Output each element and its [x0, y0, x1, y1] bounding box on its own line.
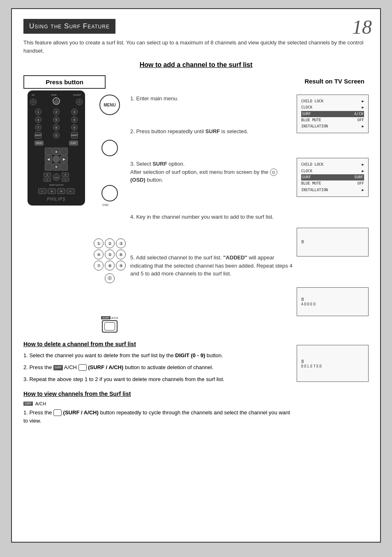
remote-mute-btn[interactable]: ◁◁	[53, 173, 60, 181]
remote-surf-ach-label: SURF A/CH FR	[49, 184, 64, 186]
remote-ch-down[interactable]: −	[62, 178, 69, 182]
num-7[interactable]: ⑦	[94, 261, 104, 270]
remote-btn-7[interactable]: 7	[35, 124, 42, 131]
remote-btn-8[interactable]: 8	[53, 124, 60, 131]
tv-row-install-2: INSTALLATION▶	[301, 187, 364, 193]
remote-btn-0[interactable]: 0	[53, 132, 60, 139]
remote-btn-4[interactable]: 4	[35, 116, 42, 123]
tv-row-surf-1: SURFA/CH	[301, 111, 364, 117]
remote-vol-up[interactable]: +	[44, 173, 51, 177]
inline-ach-text: A/CH	[64, 363, 77, 372]
tv-row-surf-2: SURFSURF	[301, 174, 364, 180]
page-number: 18	[352, 16, 372, 38]
delete-step-2-text: 2. Press the SURF A/CH (SURF / A/CH) but…	[23, 363, 213, 372]
num-0[interactable]: ⓪	[105, 273, 115, 283]
remote-btn-2[interactable]: 2	[53, 109, 60, 115]
osd-button-step2[interactable]	[101, 140, 118, 156]
remote-dpad-empty-br	[60, 163, 68, 171]
tv-row-mute-1: BLUE MUTEOFF	[301, 117, 364, 123]
text-column: 1. Enter main menu. 2. Press button repe…	[130, 90, 293, 333]
remote-column: AV OSD SLEEP ○ ⏻ ○ 1 2 3 4 5	[23, 90, 89, 333]
osd-button-step3[interactable]: OSD	[101, 185, 118, 201]
remote-surf-btn[interactable]: SURF	[69, 141, 78, 146]
intro-text: This feature allows you to create a surf…	[23, 39, 369, 55]
remote-vol-down[interactable]: −	[44, 178, 51, 182]
page: 18 Using the Surf Feature This feature a…	[11, 8, 381, 543]
tv-row-clock-1: CLOCK▶	[301, 104, 364, 111]
num-3[interactable]: ③	[116, 238, 126, 248]
remote-vol-area: + − ◁◁ + −	[44, 173, 69, 182]
remote-dpad-ok[interactable]	[53, 155, 60, 163]
remote-bottom-btn-3[interactable]: ⊞	[57, 188, 65, 194]
inline-surf-tag: SURF	[53, 365, 63, 370]
remote-dpad-empty-bl	[45, 163, 52, 171]
remote-bottom-btn-2[interactable]: ⊟	[48, 188, 56, 194]
delete-step-1-text: 1. Select the channel you want to delete…	[23, 351, 223, 360]
numpad: ① ② ③ ④ ⑤ ⑥ ⑦ ⑧ ⑨	[94, 238, 126, 270]
view-step-1: 1. Press the (SURF / A/CH) button repeat…	[23, 409, 290, 426]
remote-btn-9[interactable]: 9	[71, 124, 78, 131]
step4-text: 4. Key in the channel number you want to…	[130, 213, 293, 221]
osd-icon: ⊙	[270, 169, 277, 176]
tv-row-child-lock-1: CHILD LOCK▶	[301, 98, 364, 104]
remote-bottom-btn-1[interactable]: □	[38, 188, 46, 194]
step5-button-group: SURF A/CH	[101, 316, 118, 333]
ach-tag: A/CH	[111, 317, 118, 319]
remote-btn-3[interactable]: 3	[71, 109, 78, 115]
tv-screen-4-label: ADDED	[301, 302, 316, 306]
delete-step-3-text: 3. Repeat the above step 1 to 2 if you w…	[23, 375, 224, 384]
num-5[interactable]: ⑤	[105, 250, 115, 259]
remote-power-btn[interactable]: ⏻	[53, 97, 60, 105]
view-surf-btn[interactable]	[53, 409, 62, 416]
tv-row-mute-2: BLUE MUTEOFF	[301, 180, 364, 187]
remote-sleep-btn[interactable]: ○	[76, 99, 83, 105]
remote-smart-left[interactable]: SMART	[35, 132, 42, 139]
section-title-add: How to add a channel to the surf list	[23, 61, 369, 69]
remote-dpad-down[interactable]: ▼	[53, 163, 60, 171]
remote-av-btn[interactable]: ○	[30, 99, 37, 105]
columns-header: Press button Result on TV Screen	[23, 75, 369, 89]
remote-dpad-up[interactable]: ▲	[53, 148, 60, 155]
remote-btn-6[interactable]: 6	[71, 116, 78, 123]
step4-button-group: ① ② ③ ④ ⑤ ⑥ ⑦ ⑧ ⑨ ⓪	[94, 238, 126, 283]
menu-button[interactable]: MENU	[99, 95, 120, 115]
view-ach-text: A/CH	[35, 401, 46, 406]
lower-area: How to delete a channel from the surf li…	[23, 341, 369, 429]
surf-ach-btn-inner	[104, 322, 115, 331]
num-8[interactable]: ⑧	[105, 261, 115, 270]
press-button-header: Press button	[23, 75, 106, 89]
remote-btn-5[interactable]: 5	[53, 116, 60, 123]
remote-menu-btn[interactable]: MENU	[35, 141, 44, 146]
remote-control: AV OSD SLEEP ○ ⏻ ○ 1 2 3 4 5	[28, 90, 85, 206]
inline-surf-btn[interactable]	[78, 364, 87, 371]
surf-ach-button[interactable]	[102, 320, 118, 333]
tv-row-install-1: INSTALLATION▶	[301, 123, 364, 129]
step2-button-group	[101, 140, 118, 156]
remote-dpad-left[interactable]: ◀	[45, 155, 52, 163]
step1-text: 1. Enter main menu.	[130, 95, 293, 103]
tv-row-child-lock-2: CHILD LOCK▶	[301, 162, 364, 168]
remote-ch-up[interactable]: +	[62, 173, 69, 177]
num-6[interactable]: ⑥	[116, 250, 126, 259]
num-1[interactable]: ①	[94, 238, 104, 248]
delete-step-2: 2. Press the SURF A/CH (SURF / A/CH) but…	[23, 363, 290, 372]
delete-step-3: 3. Repeat the above step 1 to 2 if you w…	[23, 375, 290, 384]
result-header: Result on TV Screen	[235, 75, 369, 89]
remote-dpad-right[interactable]: ▶	[60, 155, 68, 163]
tv-screen-2: CHILD LOCK▶ CLOCK▶ SURFSURF BLUE MUTEOFF…	[297, 158, 369, 196]
menu-button-label: MENU	[104, 103, 115, 107]
num-4[interactable]: ④	[94, 250, 104, 259]
remote-bottom-btn-4[interactable]: ▭	[67, 188, 75, 194]
tv-screen-1: CHILD LOCK▶ CLOCK▶ SURFA/CH BLUE MUTEOFF…	[297, 95, 369, 133]
step1-content: Enter main menu.	[136, 95, 178, 102]
num-2[interactable]: ②	[105, 238, 115, 248]
osd-label: OSD	[102, 203, 108, 206]
view-title: How to view channels from the Surf list	[23, 391, 290, 397]
remote-sleep-label: SLEEP	[73, 94, 81, 96]
num-9[interactable]: ⑨	[116, 261, 126, 270]
remote-smart-right[interactable]: SMART	[71, 132, 78, 139]
step5-text: 5. Add selected channel to the surf list…	[130, 254, 293, 278]
steps-area: AV OSD SLEEP ○ ⏻ ○ 1 2 3 4 5	[23, 90, 369, 333]
tv-row-clock-2: CLOCK▶	[301, 168, 364, 174]
remote-btn-1[interactable]: 1	[35, 109, 42, 115]
